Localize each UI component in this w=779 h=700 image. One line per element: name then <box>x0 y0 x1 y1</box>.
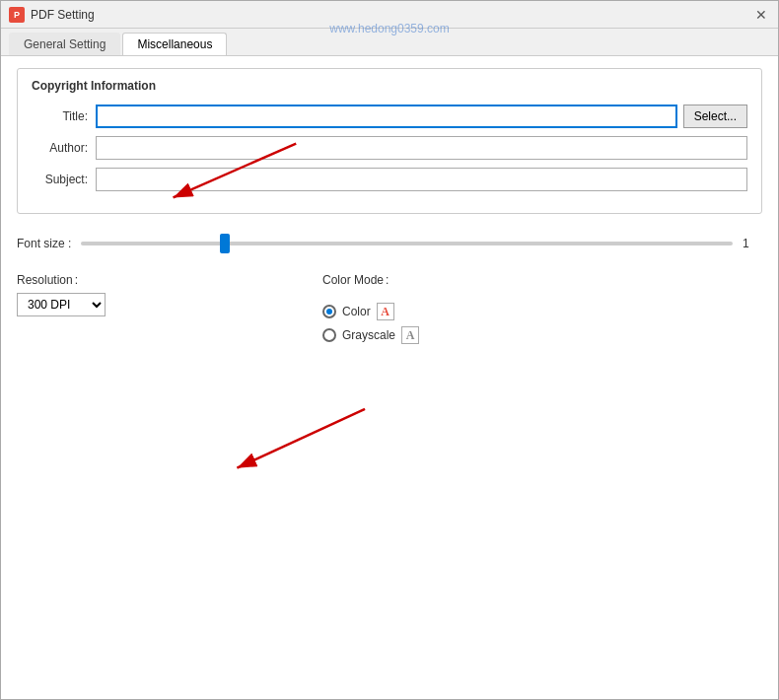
color-mode-section: Color Mode : Color A Grayscale A <box>322 273 419 350</box>
title-input-group: Select... <box>96 105 747 128</box>
color-icon-red: A <box>377 303 394 320</box>
font-size-row: Font size : 1 <box>17 234 762 253</box>
grayscale-radio[interactable] <box>322 328 336 342</box>
slider-thumb[interactable] <box>220 234 230 253</box>
color-option-label: Color <box>342 305 371 318</box>
color-mode-sublabel: : <box>386 273 389 287</box>
app-icon: P <box>9 7 25 23</box>
tab-bar: General Setting Miscellaneous <box>1 29 778 56</box>
font-size-value: 1 <box>743 237 762 250</box>
font-size-label: Font size : <box>17 237 71 250</box>
resolution-section: Resolution : 72 DPI 96 DPI 150 DPI 200 D… <box>17 273 106 316</box>
subject-input[interactable] <box>96 168 747 191</box>
color-icon-gray: A <box>401 326 419 344</box>
copyright-section-title: Copyright Information <box>32 79 747 93</box>
color-mode-label-row: Color Mode : <box>322 273 419 295</box>
title-label: Title: <box>32 109 96 123</box>
author-label: Author: <box>32 141 96 155</box>
select-button[interactable]: Select... <box>683 105 747 128</box>
resolution-sublabel: : <box>75 273 78 287</box>
color-radio[interactable] <box>322 305 336 318</box>
slider-track <box>81 242 733 245</box>
resolution-select[interactable]: 72 DPI 96 DPI 150 DPI 200 DPI 300 DPI 60… <box>17 293 106 316</box>
grayscale-option-label: Grayscale <box>342 328 395 342</box>
author-input[interactable] <box>96 136 747 160</box>
color-option: Color A <box>322 303 419 320</box>
color-mode-label: Color Mode <box>322 273 384 287</box>
copyright-section: Copyright Information Title: Select... A… <box>17 68 762 214</box>
grayscale-option: Grayscale A <box>322 326 419 344</box>
close-button[interactable]: ✕ <box>752 6 770 24</box>
resolution-label-row: Resolution : <box>17 273 78 287</box>
window-title: PDF Setting <box>31 8 95 22</box>
author-form-row: Author: <box>32 136 747 160</box>
font-size-slider-container <box>81 234 733 253</box>
title-input-wrap <box>96 105 677 128</box>
title-bar: P PDF Setting ✕ <box>1 1 778 29</box>
content-area: Copyright Information Title: Select... A… <box>1 56 778 699</box>
resolution-label: Resolution <box>17 273 73 287</box>
tab-miscellaneous[interactable]: Miscellaneous <box>122 33 227 55</box>
subject-form-row: Subject: <box>32 168 747 191</box>
bottom-row: Resolution : 72 DPI 96 DPI 150 DPI 200 D… <box>17 273 762 350</box>
pdf-setting-window: P PDF Setting ✕ General Setting Miscella… <box>0 0 779 700</box>
tab-general[interactable]: General Setting <box>9 33 120 55</box>
title-bar-left: P PDF Setting <box>9 7 95 23</box>
title-form-row: Title: Select... <box>32 105 747 128</box>
subject-label: Subject: <box>32 173 96 186</box>
title-input[interactable] <box>96 105 677 128</box>
svg-line-3 <box>237 409 365 468</box>
